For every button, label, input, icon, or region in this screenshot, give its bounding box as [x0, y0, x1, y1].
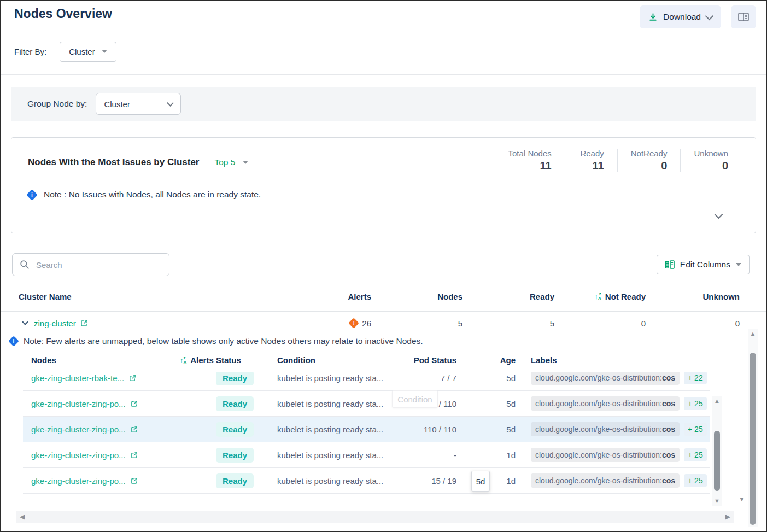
- condition-text: kubelet is posting ready sta...: [277, 425, 407, 434]
- condition-text: kubelet is posting ready sta...: [277, 476, 407, 486]
- col-age[interactable]: Age: [456, 355, 516, 365]
- alerts-count: 26: [362, 319, 371, 328]
- node-table-header: Nodes ↑ zA Alerts Status Condition Pod S…: [23, 348, 710, 372]
- download-icon: [648, 13, 658, 22]
- col-pod-status[interactable]: Pod Status: [407, 355, 456, 365]
- age: 5d: [456, 425, 516, 434]
- external-link-icon[interactable]: [80, 319, 88, 327]
- col-labels[interactable]: Labels: [516, 355, 710, 365]
- condition-text: kubelet is posting ready sta...: [277, 373, 407, 383]
- col-alerts[interactable]: ↑ zA Alerts: [180, 355, 216, 365]
- age: 1d: [456, 451, 516, 460]
- inner-vertical-scrollbar[interactable]: ▲ ▼: [712, 396, 722, 506]
- scroll-up-arrow[interactable]: ▲: [712, 398, 722, 404]
- search-icon: [20, 260, 30, 270]
- cluster-table-header: Cluster Name Alerts Nodes Ready ↑ zA Not…: [1, 282, 766, 311]
- scroll-up-arrow[interactable]: ▲: [748, 331, 758, 337]
- nodes-overview-page: Nodes Overview Download: [0, 0, 767, 532]
- node-link[interactable]: gke-zing-cluster-rbak-te...: [31, 373, 180, 383]
- filter-row: Filter By: Cluster: [1, 28, 766, 62]
- col-nodes[interactable]: Nodes: [371, 292, 462, 301]
- page-title: Nodes Overview: [14, 5, 112, 21]
- reading-pane-button[interactable]: [731, 5, 756, 28]
- node-row: gke-zing-cluster-zing-po... Ready kubele…: [23, 391, 710, 417]
- col-cluster-name[interactable]: Cluster Name: [19, 292, 284, 301]
- scroll-down-arrow[interactable]: ▼: [712, 498, 722, 504]
- node-link[interactable]: gke-zing-cluster-zing-po...: [31, 425, 180, 434]
- condition-text: kubelet is posting ready sta...: [277, 399, 407, 408]
- book-panel-icon: [737, 11, 750, 22]
- node-table: Nodes ↑ zA Alerts Status Condition Pod S…: [23, 348, 710, 494]
- stat-unknown: Unknown 0: [680, 149, 741, 172]
- search-input[interactable]: [36, 260, 145, 270]
- status-badge: Ready: [216, 396, 254, 411]
- triangle-down-icon: [736, 263, 741, 266]
- external-link-icon[interactable]: [131, 477, 138, 484]
- expand-chevron-icon[interactable]: [22, 319, 28, 325]
- issues-note-text: Note : No Issues with Nodes, all Nodes a…: [44, 190, 261, 200]
- age-tooltip: 5d: [471, 471, 490, 492]
- col-status[interactable]: Status: [216, 355, 277, 365]
- expanded-note-text: Note: Few alerts are unmapped, below tab…: [24, 336, 423, 346]
- label-chip: cloud.google.com/gke-os-distribution:cos: [531, 473, 680, 488]
- download-label: Download: [663, 12, 701, 22]
- issues-card-note: i Note : No Issues with Nodes, all Nodes…: [28, 190, 741, 200]
- more-labels-badge[interactable]: + 25: [684, 474, 707, 487]
- label-chip: cloud.google.com/gke-os-distribution:cos: [531, 422, 680, 436]
- download-button[interactable]: Download: [640, 5, 721, 28]
- horizontal-scrollbar[interactable]: ◀ ▶: [16, 511, 734, 523]
- filter-by-dropdown[interactable]: Cluster: [60, 42, 116, 62]
- external-link-icon[interactable]: [129, 375, 136, 382]
- col-not-ready[interactable]: ↑ zA Not Ready: [554, 292, 646, 301]
- more-labels-badge[interactable]: + 25: [684, 397, 707, 410]
- top-bar: Nodes Overview Download: [1, 1, 766, 28]
- node-row: gke-zing-cluster-zing-po... Ready kubele…: [23, 442, 710, 468]
- col-nodes[interactable]: Nodes: [31, 355, 180, 365]
- cluster-table: Cluster Name Alerts Nodes Ready ↑ zA Not…: [1, 282, 766, 494]
- status-badge: Ready: [216, 422, 254, 437]
- external-link-icon[interactable]: [131, 426, 138, 433]
- external-link-icon[interactable]: [131, 452, 138, 459]
- pod-status: 15 / 19: [407, 476, 456, 486]
- section-scroll-down-arrow[interactable]: ▼: [737, 496, 747, 502]
- cluster-alerts-cell: ! 26: [284, 319, 371, 328]
- issues-card-title: Nodes With the Most Issues by Cluster: [28, 157, 199, 168]
- external-link-icon[interactable]: [131, 400, 138, 407]
- age: 5d: [456, 399, 516, 408]
- pod-status: 110 / 110: [407, 425, 456, 434]
- page-vertical-scrollbar[interactable]: ▲: [748, 329, 758, 527]
- col-unknown[interactable]: Unknown: [646, 292, 740, 301]
- node-row-highlighted: gke-zing-cluster-zing-po... Ready kubele…: [23, 417, 710, 442]
- collapse-chevron-icon[interactable]: [715, 211, 723, 219]
- search-box: [12, 253, 169, 276]
- node-link[interactable]: gke-zing-cluster-zing-po...: [31, 399, 180, 408]
- triangle-down-icon: [102, 50, 107, 53]
- more-labels-badge[interactable]: + 22: [684, 372, 707, 384]
- cluster-link-zing[interactable]: zing-cluster: [34, 319, 76, 328]
- more-labels-badge[interactable]: + 25: [684, 448, 707, 461]
- sort-az-icon[interactable]: ↑ zA: [595, 292, 601, 301]
- col-ready[interactable]: Ready: [462, 292, 554, 301]
- scrollbar-thumb[interactable]: [750, 353, 756, 525]
- chevron-down-icon: [167, 100, 174, 107]
- more-labels-badge[interactable]: + 25: [684, 423, 707, 436]
- status-badge: Ready: [216, 372, 254, 385]
- info-icon: i: [8, 336, 19, 347]
- triangle-down-icon: [243, 161, 248, 164]
- scrollbar-thumb[interactable]: [714, 431, 720, 491]
- scroll-left-arrow[interactable]: ◀: [20, 513, 25, 520]
- scroll-right-arrow[interactable]: ▶: [725, 513, 730, 520]
- col-condition[interactable]: Condition: [277, 355, 407, 365]
- node-row: gke-zing-cluster-rbak-te... Ready kubele…: [23, 372, 710, 391]
- group-by-select[interactable]: Cluster: [96, 93, 181, 115]
- sort-az-icon[interactable]: ↑ zA: [180, 356, 186, 365]
- node-link[interactable]: gke-zing-cluster-zing-po...: [31, 451, 180, 460]
- group-by-label: Group Node by:: [27, 99, 87, 109]
- top5-dropdown[interactable]: Top 5: [214, 157, 248, 167]
- node-link[interactable]: gke-zing-cluster-zing-po...: [31, 476, 180, 486]
- edit-columns-button[interactable]: Edit Columns: [657, 255, 750, 274]
- col-alerts[interactable]: Alerts: [284, 292, 371, 301]
- condition-tooltip: Condition: [392, 390, 438, 408]
- stat-notready: NotReady 0: [617, 149, 681, 172]
- stat-total-nodes: Total Nodes 11: [495, 149, 565, 172]
